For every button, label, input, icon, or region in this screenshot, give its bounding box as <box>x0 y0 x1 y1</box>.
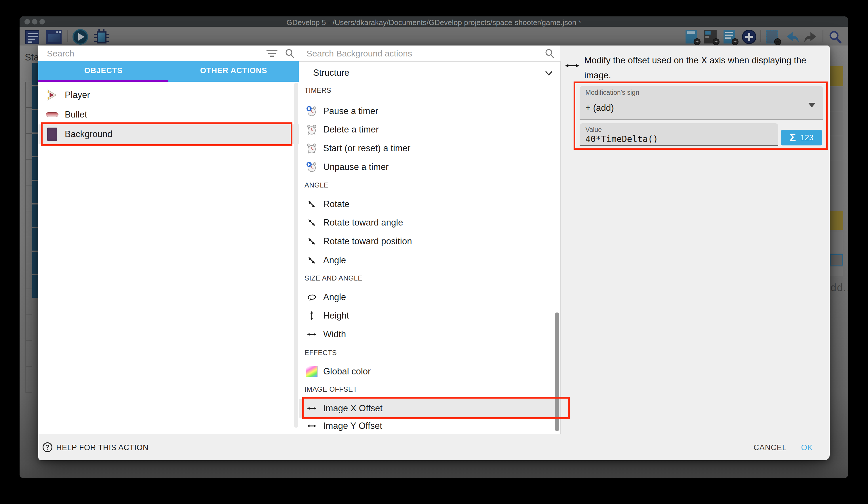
window-titlebar[interactable]: GDevelop 5 - /Users/dkarakay/Documents/G… <box>20 17 848 27</box>
help-icon[interactable]: ? <box>43 442 52 452</box>
rotate-diagonal-arrow-icon <box>306 235 318 248</box>
vertical-arrow-icon <box>306 309 318 322</box>
rotate-diagonal-arrow-icon <box>306 254 318 267</box>
rotate-diagonal-arrow-icon <box>306 198 318 211</box>
color-gradient-icon <box>306 365 318 378</box>
action-description: Modify the offset used on the X axis whe… <box>584 53 835 83</box>
action-row[interactable]: Angle <box>299 251 560 270</box>
project-manager-icon[interactable] <box>24 29 40 45</box>
plus-badge: + <box>713 38 720 45</box>
rotation-loop-icon <box>306 291 318 304</box>
chevron-down-icon[interactable] <box>544 68 554 80</box>
ok-button[interactable]: OK <box>795 443 818 452</box>
action-row[interactable]: Rotate <box>299 195 560 213</box>
horizontal-arrow-icon <box>306 328 318 341</box>
add-circle-icon[interactable] <box>741 29 757 45</box>
action-row[interactable]: Height <box>299 306 560 325</box>
section-header: TIMERS <box>304 87 331 94</box>
panel-divider <box>560 61 561 434</box>
actions-search-input[interactable] <box>306 48 508 60</box>
action-row[interactable]: Global color <box>299 362 560 381</box>
event-rows-right-strip <box>830 66 843 276</box>
add-subevent-icon[interactable]: + <box>703 29 720 45</box>
timer-play-icon <box>306 161 318 173</box>
help-link[interactable]: HELP FOR THIS ACTION <box>56 443 148 452</box>
action-row[interactable]: Rotate toward angle <box>299 213 560 232</box>
horizontal-arrow-icon <box>306 420 318 432</box>
action-row[interactable]: Start (or reset) a timer <box>299 139 560 158</box>
action-row[interactable]: Image Y Offset <box>299 418 560 434</box>
player-ship-icon <box>46 89 59 101</box>
plus-badge: + <box>732 38 738 45</box>
section-header: IMAGE OFFSET <box>304 385 357 393</box>
action-group-selector[interactable]: Structure <box>313 68 349 78</box>
action-row[interactable]: Unpause a timer <box>299 158 560 176</box>
toolbar-separator <box>68 30 68 42</box>
redo-icon[interactable] <box>803 29 819 45</box>
add-comment-icon[interactable]: + <box>722 29 738 45</box>
object-row-player[interactable]: Player <box>38 85 299 105</box>
section-header: ANGLE <box>304 181 328 189</box>
remove-event-icon[interactable]: – <box>765 29 781 45</box>
debug-icon[interactable] <box>93 29 110 45</box>
add-event-icon[interactable]: + <box>684 29 701 45</box>
horizontal-arrow-icon <box>565 59 580 73</box>
objects-scrollbar[interactable] <box>294 83 298 428</box>
objects-search-input[interactable] <box>46 48 232 60</box>
rotate-diagonal-arrow-icon <box>306 216 318 229</box>
action-row[interactable]: Pause a timer <box>299 102 560 120</box>
object-row-bullet[interactable]: Bullet <box>38 105 299 124</box>
add-action-partial-label: dd... <box>830 282 848 294</box>
gdevelop-window: GDevelop 5 - /Users/dkarakay/Documents/G… <box>20 17 848 478</box>
action-editor-dialog: OBJECTS OTHER ACTIONS Player Bullet Back… <box>38 46 830 460</box>
window-title: GDevelop 5 - /Users/dkarakay/Documents/G… <box>20 18 848 27</box>
divider <box>299 61 560 62</box>
tab-other-actions[interactable]: OTHER ACTIONS <box>169 61 299 80</box>
active-tab-underline <box>38 80 168 82</box>
action-row[interactable]: Delete a timer <box>299 120 560 139</box>
annotation-box-background-object <box>41 122 292 146</box>
toolbar-separator <box>823 30 823 42</box>
background-tab-partial-label: Sta <box>25 52 39 63</box>
filter-icon[interactable] <box>267 50 277 57</box>
event-blocks-column <box>32 63 38 298</box>
play-preview-icon[interactable] <box>73 29 89 45</box>
annotation-box-parameters <box>574 81 828 150</box>
action-row[interactable]: Rotate toward position <box>299 232 560 251</box>
objects-panel-tabs: OBJECTS OTHER ACTIONS <box>38 61 299 82</box>
undo-icon[interactable] <box>784 29 800 45</box>
cancel-button[interactable]: CANCEL <box>747 443 793 452</box>
timer-pause-icon <box>306 105 318 118</box>
annotation-box-image-x-offset <box>302 397 570 419</box>
toolbar-separator <box>761 30 761 42</box>
plus-badge: + <box>694 38 701 45</box>
scene-editor-icon[interactable] <box>45 29 62 45</box>
minus-badge: – <box>774 38 781 45</box>
action-row[interactable]: Width <box>299 325 560 344</box>
events-grid-column <box>25 82 32 393</box>
section-header: SIZE AND ANGLE <box>304 274 363 282</box>
tab-objects[interactable]: OBJECTS <box>38 61 169 80</box>
search-icon <box>544 48 555 60</box>
search-icon[interactable] <box>284 48 295 60</box>
timer-icon <box>306 123 318 136</box>
action-row[interactable]: Angle <box>299 288 560 306</box>
bullet-icon <box>46 108 59 121</box>
main-toolbar: + + + – <box>20 27 848 46</box>
search-events-icon[interactable] <box>827 29 843 45</box>
timer-icon <box>306 142 318 155</box>
section-header: EFFECTS <box>304 349 337 357</box>
